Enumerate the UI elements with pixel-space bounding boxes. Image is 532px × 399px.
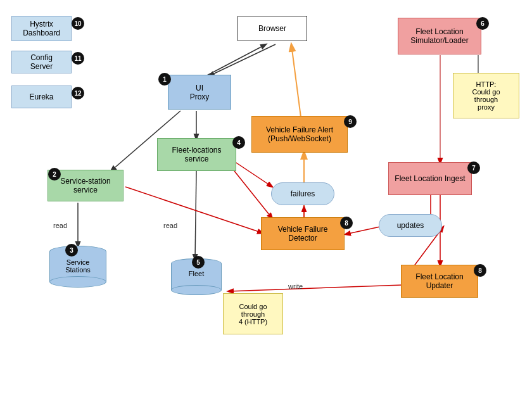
http-note: HTTP:Could gothroughproxy [453, 73, 519, 118]
badge-6: 6 [476, 17, 489, 30]
fleet-locations-svc-node: Fleet-locationsservice [157, 138, 236, 171]
fleet-location-simulator-node: Fleet LocationSimulator/Loader [398, 18, 481, 54]
svg-line-21 [125, 187, 263, 233]
svg-line-6 [195, 171, 196, 260]
fleet-location-updater-node: Fleet LocationUpdater [401, 265, 478, 298]
fleet-location-updater-label: Fleet LocationUpdater [415, 272, 463, 290]
badge-5: 5 [192, 256, 205, 269]
badge-2: 2 [48, 168, 61, 180]
eureka-label: Eureka [29, 92, 53, 101]
hystrix-label: Hystrix Dashboard [12, 20, 71, 37]
diagram-container: read read write Hys [0, 0, 532, 399]
vehicle-failure-alert-label: Vehicle Failure Alert(Push/WebSocket) [266, 125, 333, 143]
svg-line-1 [206, 44, 266, 76]
failures-label: failures [291, 189, 315, 198]
config-server-node: ConfigServer [11, 51, 72, 73]
updates-label: updates [397, 221, 424, 230]
badge-4: 4 [232, 136, 245, 149]
fleet-location-simulator-label: Fleet LocationSimulator/Loader [410, 27, 468, 45]
svg-line-8 [291, 44, 301, 117]
svg-text:read: read [53, 222, 67, 229]
service-station-label: Service-stationservice [60, 177, 110, 194]
badge-7: 7 [467, 162, 480, 174]
svg-line-18 [234, 162, 272, 187]
svg-text:read: read [163, 222, 177, 229]
badge-8b: 8 [474, 264, 486, 277]
svg-line-0 [209, 44, 276, 76]
vehicle-failure-alert-node: Vehicle Failure Alert(Push/WebSocket) [251, 116, 348, 153]
badge-12: 12 [72, 87, 84, 99]
badge-3: 3 [65, 244, 78, 256]
svg-text:write: write [288, 282, 303, 290]
badge-8a: 8 [340, 217, 353, 229]
service-stations-node: ServiceStations [49, 246, 106, 300]
config-label: ConfigServer [30, 53, 53, 71]
eureka-node: Eureka [11, 86, 72, 108]
ui-proxy-label: UIProxy [190, 84, 210, 101]
hystrix-dashboard-node: Hystrix Dashboard [11, 16, 72, 41]
svg-line-12 [228, 285, 402, 291]
fleet-locations-label: Fleet-locationsservice [172, 146, 221, 163]
browser-node: Browser [238, 16, 307, 41]
ui-proxy-node: UIProxy [168, 75, 231, 110]
write-note: Could gothrough4 (HTTP) [223, 293, 283, 334]
vehicle-failure-detector-node: Vehicle FailureDetector [261, 217, 345, 250]
failures-node: failures [271, 182, 334, 205]
svg-line-17 [234, 171, 272, 218]
browser-label: Browser [258, 24, 286, 33]
fleet-location-ingest-label: Fleet Location Ingest [395, 174, 465, 183]
badge-1: 1 [158, 73, 171, 86]
badge-9: 9 [344, 115, 357, 128]
badge-11: 11 [72, 52, 84, 65]
updates-node: updates [379, 214, 442, 237]
vehicle-failure-detector-label: Vehicle FailureDetector [278, 225, 328, 243]
fleet-location-ingest-node: Fleet Location Ingest [388, 162, 472, 195]
badge-10: 10 [72, 17, 84, 30]
